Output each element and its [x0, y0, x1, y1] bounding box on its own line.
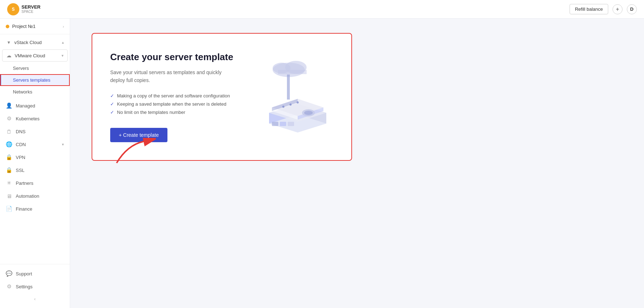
svg-point-21 [297, 101, 299, 104]
logo-text-block: SERVER SPACE [21, 5, 40, 14]
settings-label: Settings [16, 284, 33, 289]
sidebar-item-servers[interactable]: Servers [0, 62, 70, 74]
finance-icon: 📄 [6, 206, 12, 212]
partners-icon: ✳ [6, 180, 12, 186]
vmware-icon: ☁ [6, 53, 12, 58]
vmware-chevron: ▾ [62, 53, 64, 58]
sidebar-item-vmware[interactable]: ☁ VMware Cloud ▾ [2, 49, 68, 62]
partners-label: Partners [16, 181, 33, 186]
header: S SERVER SPACE Refill balance + D [0, 0, 644, 19]
template-card-title: Create your server template [110, 52, 233, 63]
svg-rect-16 [272, 122, 278, 126]
sidebar-section-vstack: ▾ vStack Cloud ▴ ☁ VMware Cloud ▾ Server… [0, 34, 70, 99]
feature-item-3: ✓ No limit on the templates number [110, 108, 233, 116]
dns-icon: 🗒 [6, 128, 12, 135]
project-arrow-icon: › [63, 24, 64, 29]
project-label: Project №1 [12, 24, 60, 29]
support-icon: 💬 [6, 270, 12, 277]
sidebar-item-automation[interactable]: 🖥 Automation [0, 189, 70, 202]
feature-item-2: ✓ Keeping a saved template when the serv… [110, 100, 233, 108]
kubernetes-label: Kubernetes [16, 116, 40, 121]
vstack-icon: ▾ [6, 39, 11, 45]
feature-item-1: ✓ Making a copy of the server and softwa… [110, 92, 233, 100]
header-right: Refill balance + D [570, 4, 637, 14]
svg-rect-18 [288, 122, 294, 126]
feature-text-1: Making a copy of the server and software… [117, 93, 230, 98]
header-left: S SERVER SPACE [7, 3, 40, 15]
svg-rect-4 [287, 74, 290, 100]
sidebar-item-ssl[interactable]: 🔒 SSL [0, 164, 70, 177]
sidebar-item-finance[interactable]: 📄 Finance [0, 202, 70, 215]
vpn-icon: 🔒 [6, 154, 12, 160]
feature-text-2: Keeping a saved template when the server… [117, 101, 226, 107]
refill-balance-button[interactable]: Refill balance [570, 4, 608, 14]
ssl-label: SSL [16, 168, 25, 173]
sidebar-item-support[interactable]: 💬 Support [0, 267, 70, 280]
svg-rect-3 [278, 70, 307, 74]
user-avatar[interactable]: D [627, 4, 637, 14]
sidebar-item-cdn[interactable]: 🌐 CDN ▾ [0, 138, 70, 151]
vpn-label: VPN [16, 155, 25, 160]
sidebar-item-settings[interactable]: ⚙ Settings [0, 280, 70, 293]
finance-label: Finance [16, 206, 32, 212]
managed-label: Managed [16, 103, 35, 109]
vstack-label: vStack Cloud [14, 40, 42, 45]
networks-label: Networks [13, 89, 32, 95]
sidebar-collapse-button[interactable]: ‹ [0, 293, 70, 305]
managed-icon: 👤 [6, 102, 12, 109]
cdn-icon: 🌐 [6, 141, 12, 148]
feature-text-3: No limit on the templates number [117, 110, 185, 115]
template-card-description: Save your virtual servers as templates a… [110, 68, 225, 85]
sidebar: Project №1 › ▾ vStack Cloud ▴ ☁ VMware C… [0, 19, 70, 308]
main-content: Create your server template Save your vi… [70, 19, 644, 308]
project-dot [6, 25, 9, 28]
vmware-label: VMware Cloud [15, 53, 45, 58]
kubernetes-icon: ⚙ [6, 115, 12, 122]
template-card-left: Create your server template Save your vi… [110, 52, 233, 142]
sidebar-item-managed[interactable]: 👤 Managed [0, 99, 70, 112]
svg-point-20 [289, 104, 292, 106]
collapse-icon: ‹ [34, 297, 36, 302]
automation-label: Automation [16, 193, 39, 199]
dns-label: DNS [16, 129, 25, 134]
logo-initial: S [12, 7, 15, 12]
template-features-list: ✓ Making a copy of the server and softwa… [110, 92, 233, 116]
sidebar-item-partners[interactable]: ✳ Partners [0, 177, 70, 189]
sidebar-top: Project №1 › ▾ vStack Cloud ▴ ☁ VMware C… [0, 19, 70, 264]
logo: S SERVER SPACE [7, 3, 40, 15]
check-icon-1: ✓ [110, 93, 114, 98]
add-button[interactable]: + [613, 4, 623, 14]
sidebar-item-vstack[interactable]: ▾ vStack Cloud ▴ [0, 36, 70, 49]
sidebar-item-kubernetes[interactable]: ⚙ Kubernetes [0, 112, 70, 125]
sidebar-bottom: 💬 Support ⚙ Settings ‹ [0, 264, 70, 308]
main-layout: Project №1 › ▾ vStack Cloud ▴ ☁ VMware C… [0, 19, 644, 308]
settings-icon: ⚙ [6, 283, 12, 290]
servers-templates-label: Servers templates [13, 77, 50, 83]
cdn-arrow-icon: ▾ [62, 142, 64, 147]
sidebar-item-dns[interactable]: 🗒 DNS [0, 125, 70, 138]
card-container: Create your server template Save your vi… [92, 33, 352, 161]
support-label: Support [16, 271, 32, 276]
project-row[interactable]: Project №1 › [0, 19, 70, 34]
server-illustration [233, 57, 333, 136]
vstack-chevron: ▴ [62, 40, 64, 45]
template-card: Create your server template Save your vi… [92, 33, 352, 161]
create-template-button[interactable]: + Create template [110, 128, 167, 142]
svg-point-15 [304, 111, 313, 115]
check-icon-2: ✓ [110, 101, 114, 107]
sidebar-item-vpn[interactable]: 🔒 VPN [0, 151, 70, 164]
logo-sub: SPACE [21, 10, 40, 14]
servers-label: Servers [13, 66, 29, 71]
svg-rect-17 [280, 122, 286, 126]
logo-text: SERVER [21, 5, 40, 10]
automation-icon: 🖥 [6, 193, 12, 199]
logo-icon: S [7, 3, 19, 15]
check-icon-3: ✓ [110, 110, 114, 115]
sidebar-item-networks[interactable]: Networks [0, 86, 70, 98]
ssl-icon: 🔒 [6, 167, 12, 173]
cdn-label: CDN [16, 142, 26, 147]
svg-point-19 [282, 106, 284, 108]
sidebar-item-servers-templates[interactable]: Servers templates [0, 74, 70, 86]
